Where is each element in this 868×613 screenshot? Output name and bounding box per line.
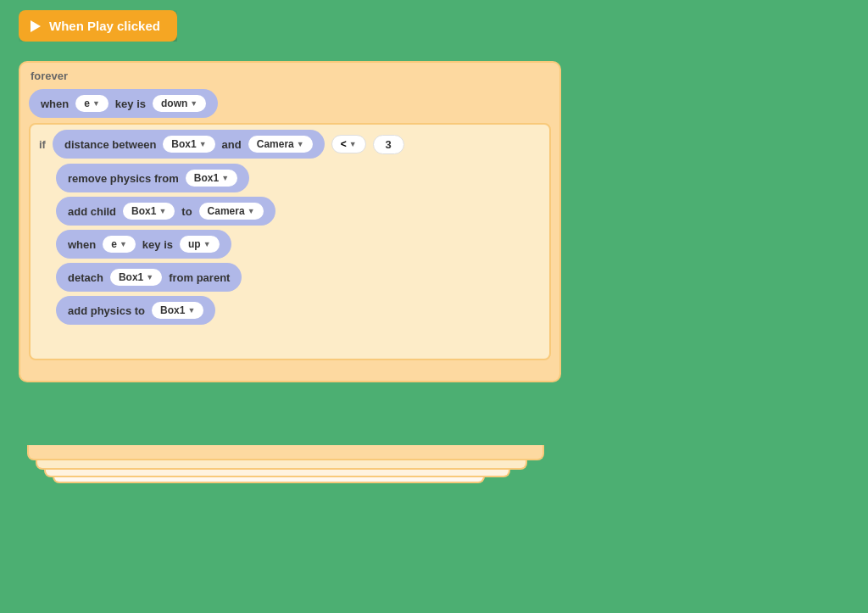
to-text: to bbox=[181, 205, 192, 218]
forever-label: forever bbox=[29, 68, 551, 87]
remove-physics-text: remove physics from bbox=[68, 172, 179, 185]
when-label: when bbox=[41, 98, 69, 110]
key-is-label: key is bbox=[115, 98, 146, 110]
add-child-obj2-dropdown[interactable]: Camera ▼ bbox=[199, 203, 264, 220]
key-down-dropdown[interactable]: e ▼ bbox=[75, 95, 108, 112]
detach-block[interactable]: detach Box1 ▼ from parent bbox=[56, 263, 242, 292]
when-key-up-block[interactable]: when e ▼ key is up ▼ bbox=[56, 230, 231, 259]
operator-dropdown[interactable]: < ▼ bbox=[331, 135, 366, 153]
when-play-block[interactable]: When Play clicked bbox=[19, 10, 177, 42]
remove-physics-block[interactable]: remove physics from Box1 ▼ bbox=[56, 164, 249, 192]
detach-text: detach bbox=[68, 271, 103, 284]
add-child-block[interactable]: add child Box1 ▼ to Camera ▼ bbox=[56, 197, 275, 226]
add-child-obj1-dropdown[interactable]: Box1 ▼ bbox=[123, 203, 175, 220]
forever-container: forever when e ▼ key is down ▼ if bbox=[19, 61, 561, 382]
play-icon bbox=[31, 20, 41, 32]
stack-layer-1 bbox=[27, 445, 544, 460]
object1-dropdown[interactable]: Box1 ▼ bbox=[163, 136, 214, 153]
if-inner-blocks: remove physics from Box1 ▼ add child Box… bbox=[56, 164, 541, 325]
add-physics-obj-dropdown[interactable]: Box1 ▼ bbox=[152, 302, 203, 319]
remove-physics-obj-dropdown[interactable]: Box1 ▼ bbox=[186, 170, 237, 187]
key-up-is-label: key is bbox=[142, 238, 173, 251]
object2-dropdown[interactable]: Camera ▼ bbox=[248, 136, 313, 153]
condition-block[interactable]: distance between Box1 ▼ and Camera ▼ bbox=[53, 130, 325, 159]
when-key-down-block[interactable]: when e ▼ key is down ▼ bbox=[29, 89, 218, 118]
distance-between-text: distance between bbox=[64, 138, 156, 151]
and-text: and bbox=[222, 138, 242, 151]
if-bottom-spacer bbox=[39, 325, 541, 337]
from-parent-text: from parent bbox=[169, 271, 230, 284]
key-up-key-dropdown[interactable]: e ▼ bbox=[103, 236, 136, 253]
if-label: if bbox=[39, 138, 46, 151]
detach-obj-dropdown[interactable]: Box1 ▼ bbox=[110, 269, 162, 286]
add-physics-text: add physics to bbox=[68, 304, 145, 317]
if-container: if distance between Box1 ▼ and Camera ▼ bbox=[29, 123, 551, 360]
when-play-label: When Play clicked bbox=[49, 19, 160, 33]
when-up-label: when bbox=[68, 238, 96, 251]
add-physics-block[interactable]: add physics to Box1 ▼ bbox=[56, 296, 215, 325]
condition-value: 3 bbox=[373, 135, 404, 154]
key-up-direction-dropdown[interactable]: up ▼ bbox=[180, 236, 220, 253]
key-down-direction-dropdown[interactable]: down ▼ bbox=[153, 95, 206, 112]
add-child-text: add child bbox=[68, 205, 116, 218]
